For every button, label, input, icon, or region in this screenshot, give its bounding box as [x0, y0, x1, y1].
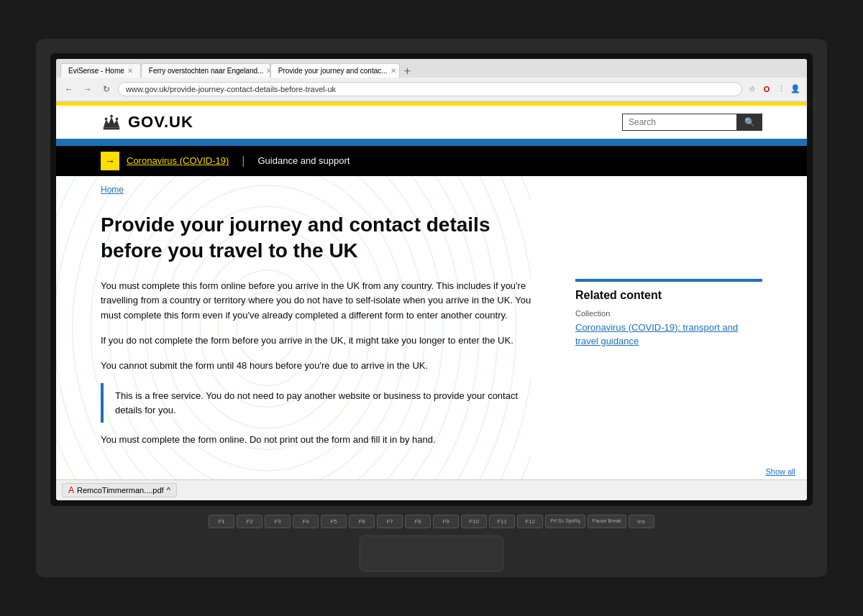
forward-button[interactable]: → — [81, 82, 95, 96]
paragraph-1: You must complete this form online befor… — [101, 279, 554, 323]
covid-banner: → Coronavirus (COVID-19) | Guidance and … — [56, 146, 807, 176]
main-text-column: You must complete this form online befor… — [101, 279, 554, 459]
content-grid: You must complete this form online befor… — [101, 279, 762, 480]
related-content-box: Related content Collection Coronavirus (… — [575, 279, 762, 348]
key-ins[interactable]: Ins — [629, 515, 654, 528]
callout-text: This is a free service. You do not need … — [115, 389, 542, 417]
svg-point-1 — [105, 117, 108, 120]
paragraph-3: You cannot submit the form until 48 hour… — [101, 359, 554, 374]
download-filename: RemcoTimmerman....pdf — [77, 486, 164, 495]
breadcrumb-home[interactable]: Home — [101, 185, 124, 195]
browser-toolbar: ← → ↻ www.gov.uk/provide-journey-contact… — [56, 78, 807, 101]
key-f9[interactable]: F9 — [433, 515, 459, 528]
show-all-button[interactable]: Show all — [765, 467, 795, 476]
key-f12[interactable]: F12 — [517, 515, 543, 528]
tab-close-2[interactable]: ✕ — [266, 67, 270, 75]
sidebar: Related content Collection Coronavirus (… — [575, 279, 762, 459]
info-callout: This is a free service. You do not need … — [101, 383, 554, 423]
paragraph-2: If you do not complete the form before y… — [101, 334, 554, 349]
key-f10[interactable]: F10 — [461, 515, 487, 528]
download-arrow: ^ — [167, 486, 170, 495]
tab-close-3[interactable]: ✕ — [391, 67, 396, 75]
browser-tabs: EviSense - Home ✕ Ferry overstochten naa… — [56, 59, 807, 78]
key-f3[interactable]: F3 — [265, 515, 291, 528]
tab-label-2: Ferry overstochten naar Engeland... — [149, 67, 264, 75]
paragraph-4: You must complete the form online. Do no… — [101, 433, 554, 448]
govuk-search: 🔍 — [622, 114, 762, 131]
crown-icon — [101, 111, 122, 133]
opera-icon[interactable]: O — [761, 83, 772, 95]
related-content-title: Related content — [575, 289, 762, 302]
govuk-logo: GOV.UK — [101, 111, 193, 133]
download-bar: A RemcoTimmerman....pdf ^ — [56, 479, 807, 500]
browser-tab-3[interactable]: Provide your journey and contac... ✕ — [270, 63, 400, 78]
govuk-logo-text: GOV.UK — [128, 113, 193, 132]
key-pause[interactable]: Pause Break — [588, 515, 626, 528]
key-f7[interactable]: F7 — [377, 515, 403, 528]
covid-link[interactable]: Coronavirus (COVID-19) — [127, 155, 229, 166]
key-f5[interactable]: F5 — [321, 515, 347, 528]
covid-arrow-icon: → — [101, 152, 119, 170]
key-prtsc[interactable]: Prt Sc SysRq — [545, 515, 585, 528]
browser-tab-1[interactable]: EviSense - Home ✕ — [60, 63, 141, 78]
search-button[interactable]: 🔍 — [737, 114, 762, 131]
tab-close-1[interactable]: ✕ — [127, 67, 133, 75]
covid-separator: | — [242, 155, 245, 167]
profile-icon[interactable]: 👤 — [790, 83, 801, 95]
collection-label: Collection — [575, 309, 762, 318]
pdf-icon: A — [68, 485, 74, 495]
menu-icon[interactable]: ⋮ — [775, 83, 787, 95]
download-item[interactable]: A RemcoTimmerman....pdf ^ — [62, 483, 177, 497]
key-f8[interactable]: F8 — [405, 515, 431, 528]
search-input[interactable] — [622, 114, 737, 131]
tab-label-1: EviSense - Home — [68, 67, 124, 75]
breadcrumb: Home — [101, 176, 762, 201]
key-f1[interactable]: F1 — [209, 515, 234, 528]
govuk-content-area: Home Provide your journey and contact de… — [56, 176, 807, 480]
related-link[interactable]: Coronavirus (COVID-19): transport and tr… — [575, 322, 738, 346]
key-f2[interactable]: F2 — [237, 515, 262, 528]
laptop-frame: EviSense - Home ✕ Ferry overstochten naa… — [36, 39, 827, 578]
fn-key-row: F1 F2 F3 F4 F5 F6 F7 F8 F9 F10 F11 F12 P… — [209, 515, 654, 528]
govuk-header: GOV.UK 🔍 — [56, 106, 807, 146]
screen-bezel: EviSense - Home ✕ Ferry overstochten naa… — [50, 53, 813, 507]
key-f4[interactable]: F4 — [293, 515, 319, 528]
main-content: Home Provide your journey and contact de… — [86, 176, 777, 480]
covid-guidance-text: Guidance and support — [257, 155, 350, 166]
address-bar[interactable]: www.gov.uk/provide-journey-contact-detai… — [118, 82, 742, 96]
browser-chrome: EviSense - Home ✕ Ferry overstochten naa… — [56, 59, 807, 102]
new-tab-button[interactable]: + — [400, 65, 415, 78]
svg-rect-0 — [104, 127, 120, 129]
bookmark-icon[interactable]: ☆ — [746, 83, 758, 95]
back-button[interactable]: ← — [62, 82, 76, 96]
svg-point-3 — [116, 117, 119, 120]
govuk-page: GOV.UK 🔍 → Coronavirus (COVID-19) | — [56, 102, 807, 501]
key-f6[interactable]: F6 — [349, 515, 375, 528]
browser-tab-2[interactable]: Ferry overstochten naar Engeland... ✕ — [141, 63, 270, 78]
page-title: Provide your journey and contact details… — [101, 212, 518, 265]
browser-icons: ☆ O ⋮ 👤 — [746, 83, 801, 95]
keyboard-area: F1 F2 F3 F4 F5 F6 F7 F8 F9 F10 F11 F12 P… — [50, 506, 813, 577]
refresh-button[interactable]: ↻ — [99, 82, 114, 96]
browser-window: EviSense - Home ✕ Ferry overstochten naa… — [56, 59, 807, 501]
key-f11[interactable]: F11 — [489, 515, 515, 528]
svg-point-2 — [110, 114, 113, 117]
tab-label-3: Provide your journey and contac... — [278, 67, 388, 75]
trackpad[interactable] — [360, 535, 503, 571]
